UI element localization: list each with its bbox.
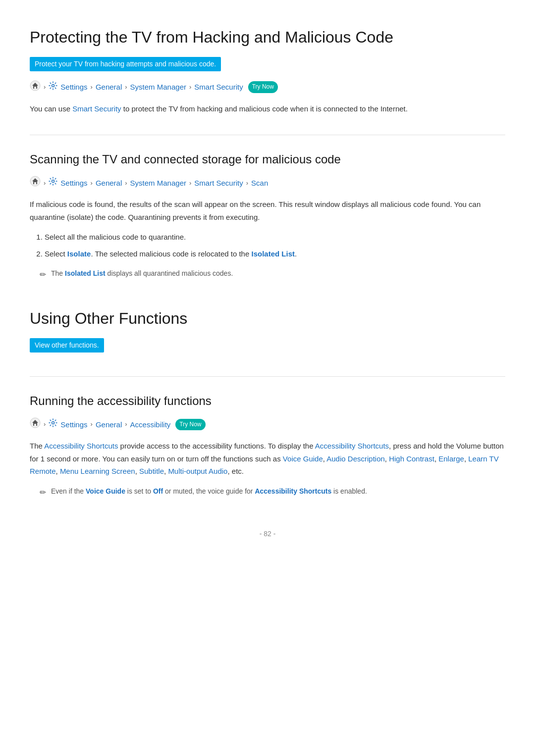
- page-title: Protecting the TV from Hacking and Malic…: [30, 25, 505, 50]
- enlarge-link[interactable]: Enlarge: [438, 454, 464, 463]
- breadcrumb-3: › Settings › General › Accessibility Try…: [30, 417, 505, 432]
- try-now-badge-1[interactable]: Try Now: [248, 81, 278, 93]
- scanning-section: Scanning the TV and connected storage fo…: [30, 150, 505, 281]
- high-contrast-link[interactable]: High Contrast: [389, 454, 434, 463]
- try-now-badge-2[interactable]: Try Now: [175, 419, 205, 430]
- settings-icon-2: [49, 177, 57, 189]
- highlight-box: Protect your TV from hacking attempts an…: [30, 57, 221, 71]
- breadcrumb-2: › Settings › General › System Manager › …: [30, 176, 505, 190]
- sep-4: ›: [189, 82, 191, 93]
- bc-smart-security-2: Smart Security: [194, 177, 243, 189]
- voice-guide-link-1[interactable]: Voice Guide: [283, 454, 323, 463]
- accessibility-shortcuts-link-3[interactable]: Accessibility Shortcuts: [255, 487, 331, 495]
- off-link[interactable]: Off: [153, 487, 163, 495]
- sep-7: ›: [125, 178, 127, 189]
- settings-icon: [49, 81, 57, 94]
- sep-3: ›: [125, 82, 127, 93]
- divider-2: [30, 376, 505, 377]
- note-2: ✏ Even if the Voice Guide is set to Off …: [30, 486, 505, 499]
- bc-general-2: General: [96, 177, 122, 189]
- home-icon-3: [30, 417, 41, 432]
- isolate-link[interactable]: Isolate: [67, 250, 91, 258]
- sep-6: ›: [91, 178, 93, 189]
- breadcrumb-1: › Settings › General › System Manager › …: [30, 80, 505, 95]
- bc-settings-3: Settings: [60, 419, 87, 431]
- pencil-icon-2: ✏: [40, 486, 46, 499]
- accessibility-body: The Accessibility Shortcuts provide acce…: [30, 440, 505, 478]
- bc-scan: Scan: [251, 177, 268, 189]
- svg-point-1: [52, 84, 54, 87]
- multi-output-link[interactable]: Multi-output Audio: [168, 467, 227, 475]
- step-2: Select Isolate. The selected malicious c…: [45, 248, 505, 260]
- main-title-section: Protecting the TV from Hacking and Malic…: [30, 25, 505, 115]
- pencil-icon-1: ✏: [40, 268, 46, 281]
- page-number: - 82 -: [30, 528, 505, 539]
- using-other-functions-section: Using Other Functions View other functio…: [30, 306, 505, 499]
- svg-point-5: [52, 422, 54, 424]
- sep-5: ›: [44, 178, 46, 189]
- audio-description-link[interactable]: Audio Description: [326, 454, 385, 463]
- sep-8: ›: [189, 178, 191, 189]
- accessibility-shortcuts-link-1[interactable]: Accessibility Shortcuts: [44, 442, 118, 450]
- subtitle-link[interactable]: Subtitle: [139, 467, 164, 475]
- voice-guide-link-2[interactable]: Voice Guide: [86, 487, 125, 495]
- bc-settings: Settings: [60, 81, 87, 93]
- intro-paragraph: You can use Smart Security to protect th…: [30, 102, 505, 115]
- menu-learning-link[interactable]: Menu Learning Screen: [60, 467, 135, 475]
- scan-body-text: If malicious code is found, the results …: [30, 198, 505, 223]
- bc-system-manager: System Manager: [130, 81, 186, 93]
- bc-general: General: [96, 81, 122, 93]
- isolated-list-link-2[interactable]: Isolated List: [65, 269, 106, 277]
- note-2-text: Even if the Voice Guide is set to Off or…: [51, 486, 367, 497]
- using-other-title: Using Other Functions: [30, 306, 505, 331]
- bc-smart-security: Smart Security: [194, 81, 243, 93]
- isolated-list-link-1[interactable]: Isolated List: [251, 250, 295, 258]
- scanning-title: Scanning the TV and connected storage fo…: [30, 150, 505, 169]
- svg-point-3: [52, 180, 54, 183]
- bc-accessibility: Accessibility: [130, 419, 171, 431]
- home-icon: [30, 80, 41, 95]
- settings-icon-3: [49, 418, 57, 431]
- sep-9: ›: [246, 178, 248, 189]
- sep-11: ›: [91, 419, 93, 430]
- bc-system-manager-2: System Manager: [130, 177, 186, 189]
- home-icon-2: [30, 176, 41, 190]
- sep-10: ›: [44, 419, 46, 430]
- accessibility-shortcuts-link-2[interactable]: Accessibility Shortcuts: [315, 442, 389, 450]
- steps-list: Select all the malicious code to quarant…: [30, 231, 505, 260]
- bc-settings-2: Settings: [60, 177, 87, 189]
- smart-security-link-1[interactable]: Smart Security: [72, 104, 121, 113]
- note-1-text: The Isolated List displays all quarantin…: [51, 268, 233, 279]
- divider-1: [30, 135, 505, 135]
- sep-1: ›: [44, 82, 46, 93]
- view-box: View other functions.: [30, 338, 104, 352]
- accessibility-sub-title: Running the accessibility functions: [30, 392, 505, 410]
- bc-general-3: General: [96, 419, 122, 431]
- note-1: ✏ The Isolated List displays all quarant…: [30, 268, 505, 281]
- sep-12: ›: [125, 419, 127, 430]
- step-1: Select all the malicious code to quarant…: [45, 231, 505, 243]
- sep-2: ›: [91, 82, 93, 93]
